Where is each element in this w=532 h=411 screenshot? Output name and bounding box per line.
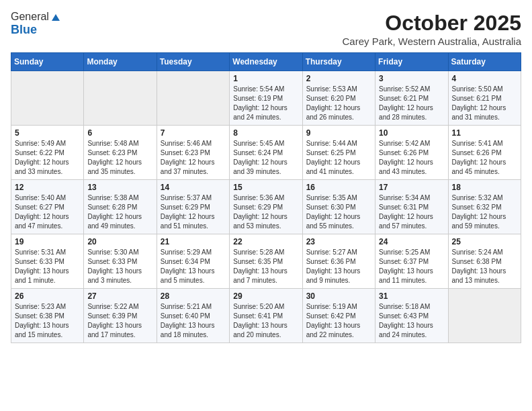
cell-info: Sunrise: 5:52 AM Sunset: 6:21 PM Dayligh…: [379, 85, 444, 122]
cell-info: Sunrise: 5:19 AM Sunset: 6:42 PM Dayligh…: [306, 302, 371, 340]
calendar-cell: 10Sunrise: 5:42 AM Sunset: 6:26 PM Dayli…: [375, 126, 448, 180]
cell-info: Sunrise: 5:32 AM Sunset: 6:32 PM Dayligh…: [452, 193, 517, 231]
day-number: 22: [233, 237, 298, 246]
column-header-wednesday: Wednesday: [230, 53, 302, 71]
cell-info: Sunrise: 5:44 AM Sunset: 6:25 PM Dayligh…: [306, 139, 371, 177]
day-number: 18: [452, 183, 517, 192]
column-header-saturday: Saturday: [448, 53, 521, 71]
calendar-cell: 31Sunrise: 5:18 AM Sunset: 6:43 PM Dayli…: [375, 289, 448, 343]
calendar-cell: 6Sunrise: 5:48 AM Sunset: 6:23 PM Daylig…: [84, 126, 157, 180]
cell-info: Sunrise: 5:34 AM Sunset: 6:31 PM Dayligh…: [379, 193, 444, 231]
calendar-cell: 29Sunrise: 5:20 AM Sunset: 6:41 PM Dayli…: [230, 289, 302, 343]
day-number: 30: [306, 291, 371, 301]
calendar-cell: 24Sunrise: 5:25 AM Sunset: 6:37 PM Dayli…: [375, 234, 448, 289]
day-number: 8: [233, 128, 298, 138]
day-number: 23: [306, 237, 371, 246]
calendar-cell: [84, 71, 157, 126]
day-number: 19: [15, 237, 80, 246]
day-number: 17: [379, 183, 444, 192]
day-number: 7: [161, 128, 226, 138]
cell-info: Sunrise: 5:21 AM Sunset: 6:40 PM Dayligh…: [161, 302, 226, 340]
calendar-cell: 1Sunrise: 5:54 AM Sunset: 6:19 PM Daylig…: [230, 71, 302, 126]
calendar-week-row: 1Sunrise: 5:54 AM Sunset: 6:19 PM Daylig…: [11, 71, 521, 126]
calendar-header-row: SundayMondayTuesdayWednesdayThursdayFrid…: [11, 53, 521, 71]
day-number: 5: [15, 128, 80, 138]
calendar-cell: 3Sunrise: 5:52 AM Sunset: 6:21 PM Daylig…: [375, 71, 448, 126]
calendar-cell: 28Sunrise: 5:21 AM Sunset: 6:40 PM Dayli…: [157, 289, 229, 343]
cell-info: Sunrise: 5:27 AM Sunset: 6:36 PM Dayligh…: [306, 248, 371, 285]
calendar-cell: 11Sunrise: 5:41 AM Sunset: 6:26 PM Dayli…: [448, 126, 521, 180]
day-number: 6: [87, 128, 152, 138]
calendar-cell: 13Sunrise: 5:38 AM Sunset: 6:28 PM Dayli…: [84, 180, 157, 234]
cell-info: Sunrise: 5:20 AM Sunset: 6:41 PM Dayligh…: [233, 302, 298, 340]
day-number: 2: [306, 74, 371, 83]
day-number: 14: [161, 183, 226, 192]
cell-info: Sunrise: 5:48 AM Sunset: 6:23 PM Dayligh…: [87, 139, 152, 177]
calendar-week-row: 12Sunrise: 5:40 AM Sunset: 6:27 PM Dayli…: [11, 180, 521, 234]
calendar-cell: 21Sunrise: 5:29 AM Sunset: 6:34 PM Dayli…: [157, 234, 229, 289]
cell-info: Sunrise: 5:24 AM Sunset: 6:38 PM Dayligh…: [452, 248, 517, 285]
cell-info: Sunrise: 5:42 AM Sunset: 6:26 PM Dayligh…: [379, 139, 444, 177]
calendar-cell: 5Sunrise: 5:49 AM Sunset: 6:22 PM Daylig…: [11, 126, 84, 180]
cell-info: Sunrise: 5:30 AM Sunset: 6:33 PM Dayligh…: [87, 248, 152, 285]
cell-info: Sunrise: 5:38 AM Sunset: 6:28 PM Dayligh…: [87, 193, 152, 231]
calendar-cell: [157, 71, 229, 126]
cell-info: Sunrise: 5:41 AM Sunset: 6:26 PM Dayligh…: [452, 139, 517, 177]
cell-info: Sunrise: 5:36 AM Sunset: 6:29 PM Dayligh…: [233, 193, 298, 231]
column-header-sunday: Sunday: [11, 53, 84, 71]
cell-info: Sunrise: 5:28 AM Sunset: 6:35 PM Dayligh…: [233, 248, 298, 285]
page-header: General Blue October 2025 Carey Park, We…: [11, 11, 521, 47]
day-number: 16: [306, 183, 371, 192]
column-header-monday: Monday: [84, 53, 157, 71]
cell-info: Sunrise: 5:45 AM Sunset: 6:24 PM Dayligh…: [233, 139, 298, 177]
day-number: 13: [87, 183, 152, 192]
cell-info: Sunrise: 5:50 AM Sunset: 6:21 PM Dayligh…: [452, 85, 517, 122]
day-number: 29: [233, 291, 298, 301]
calendar-week-row: 19Sunrise: 5:31 AM Sunset: 6:33 PM Dayli…: [11, 234, 521, 289]
page-subtitle: Carey Park, Western Australia, Australia: [343, 36, 522, 47]
day-number: 24: [379, 237, 444, 246]
cell-info: Sunrise: 5:37 AM Sunset: 6:29 PM Dayligh…: [161, 193, 226, 231]
day-number: 3: [379, 74, 444, 83]
cell-info: Sunrise: 5:35 AM Sunset: 6:30 PM Dayligh…: [306, 193, 371, 231]
calendar-cell: 25Sunrise: 5:24 AM Sunset: 6:38 PM Dayli…: [448, 234, 521, 289]
logo-icon: [50, 11, 61, 22]
calendar-cell: 15Sunrise: 5:36 AM Sunset: 6:29 PM Dayli…: [230, 180, 302, 234]
day-number: 9: [306, 128, 371, 138]
calendar-cell: 30Sunrise: 5:19 AM Sunset: 6:42 PM Dayli…: [302, 289, 375, 343]
calendar-cell: 16Sunrise: 5:35 AM Sunset: 6:30 PM Dayli…: [302, 180, 375, 234]
day-number: 26: [15, 291, 80, 301]
day-number: 15: [233, 183, 298, 192]
cell-info: Sunrise: 5:49 AM Sunset: 6:22 PM Dayligh…: [15, 139, 80, 177]
page-title: October 2025: [343, 11, 522, 36]
calendar-cell: 26Sunrise: 5:23 AM Sunset: 6:38 PM Dayli…: [11, 289, 84, 343]
cell-info: Sunrise: 5:18 AM Sunset: 6:43 PM Dayligh…: [379, 302, 444, 340]
calendar-cell: [448, 289, 521, 343]
cell-info: Sunrise: 5:23 AM Sunset: 6:38 PM Dayligh…: [15, 302, 80, 340]
svg-marker-0: [52, 14, 60, 21]
day-number: 11: [452, 128, 517, 138]
calendar-cell: 27Sunrise: 5:22 AM Sunset: 6:39 PM Dayli…: [84, 289, 157, 343]
column-header-friday: Friday: [375, 53, 448, 71]
day-number: 25: [452, 237, 517, 246]
calendar-cell: 12Sunrise: 5:40 AM Sunset: 6:27 PM Dayli…: [11, 180, 84, 234]
day-number: 21: [161, 237, 226, 246]
calendar-cell: 22Sunrise: 5:28 AM Sunset: 6:35 PM Dayli…: [230, 234, 302, 289]
calendar-cell: 4Sunrise: 5:50 AM Sunset: 6:21 PM Daylig…: [448, 71, 521, 126]
cell-info: Sunrise: 5:25 AM Sunset: 6:37 PM Dayligh…: [379, 248, 444, 285]
day-number: 4: [452, 74, 517, 83]
logo: General Blue: [11, 11, 61, 37]
day-number: 20: [87, 237, 152, 246]
cell-info: Sunrise: 5:53 AM Sunset: 6:20 PM Dayligh…: [306, 85, 371, 122]
calendar-cell: 2Sunrise: 5:53 AM Sunset: 6:20 PM Daylig…: [302, 71, 375, 126]
calendar-week-row: 26Sunrise: 5:23 AM Sunset: 6:38 PM Dayli…: [11, 289, 521, 343]
cell-info: Sunrise: 5:46 AM Sunset: 6:23 PM Dayligh…: [161, 139, 226, 177]
day-number: 12: [15, 183, 80, 192]
day-number: 31: [379, 291, 444, 301]
cell-info: Sunrise: 5:22 AM Sunset: 6:39 PM Dayligh…: [87, 302, 152, 340]
cell-info: Sunrise: 5:54 AM Sunset: 6:19 PM Dayligh…: [233, 85, 298, 122]
logo-general-text: General: [11, 11, 49, 23]
calendar-cell: 14Sunrise: 5:37 AM Sunset: 6:29 PM Dayli…: [157, 180, 229, 234]
day-number: 28: [161, 291, 226, 301]
calendar-cell: 18Sunrise: 5:32 AM Sunset: 6:32 PM Dayli…: [448, 180, 521, 234]
